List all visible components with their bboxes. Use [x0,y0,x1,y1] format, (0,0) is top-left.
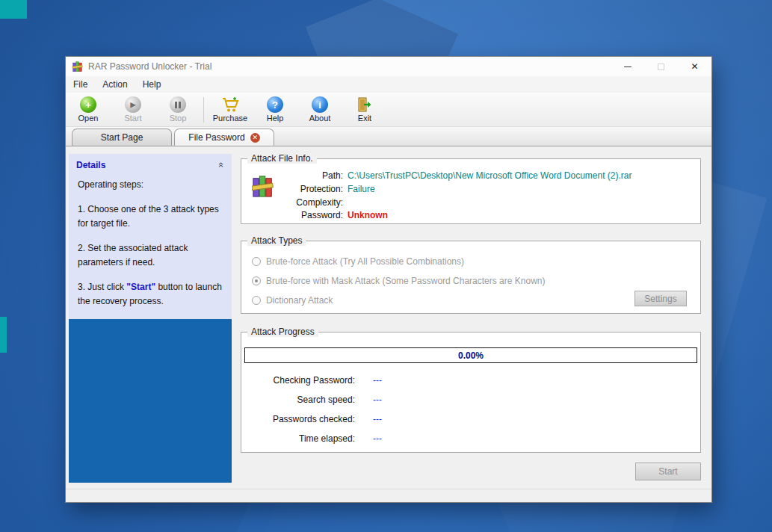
pause-icon [170,96,186,113]
sidebar: Details « Operating steps: 1. Choose one… [69,154,232,483]
start-toolbar-button[interactable]: ▶ Start [114,94,152,126]
protection-label: Protection: [285,184,343,197]
path-label: Path: [285,170,343,184]
protection-value: Failure [348,184,632,197]
operating-step-1: 1. Choose one of the 3 attack types for … [78,202,223,231]
menubar: File Action Help [66,76,711,93]
path-value: C:\Users\TrustPC\Desktop\New Microsoft O… [348,170,632,184]
open-plus-icon: + [80,96,96,113]
close-icon: ✕ [691,62,698,71]
desktop-accent-block [0,317,7,353]
attack-file-info-group: Attack File Info. Path: C:\Users\TrustPC… [241,158,701,224]
menu-file[interactable]: File [73,79,87,90]
maximize-icon [658,64,664,70]
info-icon: i [312,96,328,113]
maximize-button[interactable] [644,57,678,76]
purchase-button-label: Purchase [213,114,247,123]
open-button[interactable]: + Open [69,94,108,126]
settings-button[interactable]: Settings [634,291,687,306]
stop-toolbar-label: Stop [170,114,187,123]
progress-row-checked: Passwords checked: --- [244,414,697,425]
open-button-label: Open [78,114,99,123]
progress-rows: Checking Password: --- Search speed: ---… [244,375,697,445]
progress-row-elapsed: Time elapsed: --- [244,433,697,445]
app-window: RAR Password Unlocker - Trial ✕ File Act… [66,57,711,502]
radio-dictionary[interactable]: Dictionary Attack [252,295,690,306]
purchase-button[interactable]: Purchase [211,94,250,126]
details-header: Details « [69,158,232,178]
radio-icon [252,257,261,266]
radio-icon [252,296,261,305]
minimize-icon [624,66,632,67]
exit-button[interactable]: Exit [345,94,384,126]
close-button[interactable]: ✕ [678,57,711,76]
play-icon: ▶ [125,96,141,113]
attack-progress-title: Attack Progress [247,327,318,337]
radio-mask-attack-label: Brute-force with Mask Attack (Some Passw… [266,276,545,286]
tab-file-password[interactable]: File Password ✕ [174,129,274,146]
tab-file-password-label: File Password [188,132,244,143]
complexity-label: Complexity: [285,197,343,211]
file-info-grid: Path: C:\Users\TrustPC\Desktop\New Micro… [285,170,632,223]
toolbar-separator [203,97,204,123]
radio-brute-force[interactable]: Brute-force Attack (Try All Possible Com… [252,256,690,267]
operating-step-2: 2. Set the associated attack parameters … [78,241,223,270]
tab-close-icon[interactable]: ✕ [250,133,260,143]
about-button-label: About [309,114,331,123]
titlebar[interactable]: RAR Password Unlocker - Trial ✕ [66,57,711,76]
attack-file-info-title: Attack File Info. [247,153,317,164]
desktop-accent-block [0,0,27,19]
collapse-chevron-icon[interactable]: « [216,162,227,167]
menu-help[interactable]: Help [143,79,161,90]
sidebar-filler [69,319,232,483]
operating-step-3: 3. Just click "Start" button to launch t… [78,280,223,309]
question-icon: ? [267,96,283,113]
password-label: Password: [285,210,343,223]
progress-row-speed: Search speed: --- [244,395,697,406]
complexity-value [348,197,632,211]
start-toolbar-label: Start [124,114,141,123]
desktop: RAR Password Unlocker - Trial ✕ File Act… [0,0,772,532]
cart-icon [221,96,239,113]
radio-brute-force-label: Brute-force Attack (Try All Possible Com… [266,256,464,267]
operating-steps-intro: Operating steps: [78,178,223,192]
exit-button-label: Exit [358,114,371,123]
attack-types-group: Attack Types Brute-force Attack (Try All… [241,241,701,314]
exit-door-icon [356,96,373,113]
menu-action[interactable]: Action [102,79,127,90]
statusbar [66,489,711,502]
app-rar-icon [72,61,84,72]
details-title: Details [76,160,105,170]
progress-row-checking: Checking Password: --- [244,375,697,386]
tab-start-page-label: Start Page [101,132,143,143]
tabbar: Start Page File Password ✕ [66,127,711,146]
about-button[interactable]: i About [300,94,339,126]
toolbar: + Open ▶ Start Stop Purchase [66,93,711,127]
attack-types-title: Attack Types [247,235,306,246]
radio-dictionary-label: Dictionary Attack [266,295,333,306]
rar-file-icon [252,173,274,200]
progress-percent: 0.00% [458,350,484,361]
radio-mask-attack[interactable]: Brute-force with Mask Attack (Some Passw… [252,276,690,286]
start-button-row: Start [241,463,701,480]
tab-start-page[interactable]: Start Page [72,129,172,146]
details-panel: Details « Operating steps: 1. Choose one… [69,154,232,319]
radio-selected-icon [252,276,261,285]
window-title: RAR Password Unlocker - Trial [88,61,611,72]
window-controls: ✕ [611,57,711,76]
stop-toolbar-button[interactable]: Stop [158,94,197,126]
start-button[interactable]: Start [635,463,701,480]
minimize-button[interactable] [611,57,644,76]
help-button-label: Help [267,114,284,123]
password-value: Unknown [348,210,632,223]
main-panel: Attack File Info. Path: C:\Users\TrustPC… [241,154,701,489]
progress-bar: 0.00% [244,347,697,363]
help-button[interactable]: ? Help [256,94,294,126]
attack-progress-group: Attack Progress 0.00% Checking Password:… [241,332,701,453]
content-area: Details « Operating steps: 1. Choose one… [66,146,711,489]
start-emphasis: "Start" [126,282,155,292]
